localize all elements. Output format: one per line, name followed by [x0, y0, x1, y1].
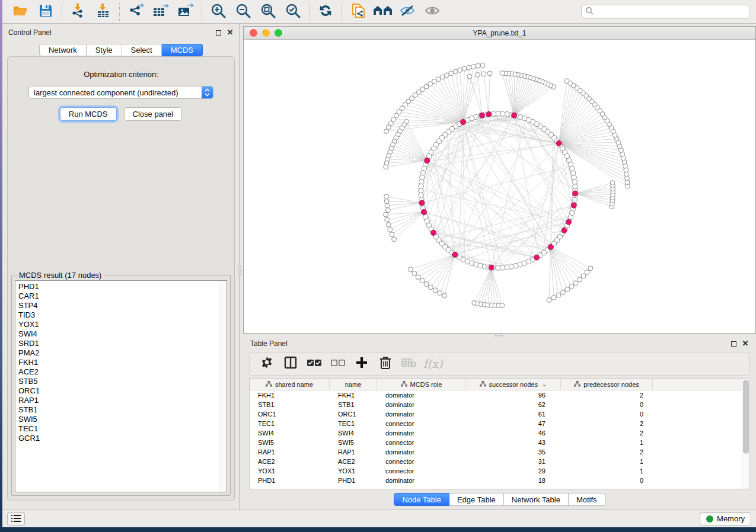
show-panels-menu-button[interactable] [7, 512, 25, 525]
leaf-node[interactable] [585, 270, 589, 275]
mcds-hub-node[interactable] [480, 113, 485, 118]
table-row[interactable]: ACE2ACE2connector311 [250, 457, 749, 466]
mcds-result-item[interactable]: ORC1 [18, 386, 227, 396]
leaf-node[interactable] [578, 277, 582, 282]
zoom-out-button[interactable] [231, 2, 256, 22]
leaf-node[interactable] [560, 290, 565, 295]
leaf-node[interactable] [551, 296, 556, 300]
tab-mcds[interactable]: MCDS [162, 44, 203, 56]
leaf-node[interactable] [500, 70, 505, 75]
leaf-node[interactable] [384, 129, 389, 134]
leaf-node[interactable] [428, 285, 433, 290]
select-all-columns-button[interactable] [305, 355, 323, 373]
tab-network-table[interactable]: Network Table [504, 493, 569, 506]
close-panel-icon[interactable]: ✕ [227, 29, 234, 36]
table-row[interactable]: PHD1PHD1dominator180 [250, 476, 749, 485]
tab-node-table[interactable]: Node Table [394, 493, 449, 506]
deselect-all-columns-button[interactable] [329, 355, 347, 373]
close-table-panel-icon[interactable]: ✕ [742, 340, 749, 347]
tab-edge-table[interactable]: Edge Table [449, 493, 504, 506]
leaf-node[interactable] [487, 71, 492, 76]
leaf-node[interactable] [412, 271, 417, 276]
mcds-hub-node[interactable] [512, 113, 517, 118]
mcds-result-item[interactable]: ACE2 [18, 367, 227, 377]
leaf-node[interactable] [408, 267, 413, 272]
window-maximize-icon[interactable] [275, 29, 282, 37]
window-close-icon[interactable] [250, 29, 257, 37]
leaf-node[interactable] [610, 180, 615, 185]
import-table-button[interactable] [91, 2, 116, 22]
global-search-field[interactable] [581, 5, 750, 19]
mcds-hub-node[interactable] [562, 228, 567, 233]
zoom-fit-button[interactable] [256, 2, 280, 22]
leaf-node[interactable] [384, 212, 388, 217]
leaf-node[interactable] [438, 291, 442, 296]
mcds-hub-node[interactable] [486, 111, 492, 117]
mcds-list-scrollbar[interactable] [219, 281, 227, 492]
leaf-node[interactable] [385, 203, 390, 208]
import-network-button[interactable] [66, 2, 91, 22]
mcds-result-item[interactable]: SWI5 [18, 415, 227, 424]
leaf-node[interactable] [480, 63, 485, 68]
leaf-node[interactable] [384, 199, 389, 204]
float-panel-icon[interactable] [215, 29, 222, 36]
mcds-hub-node[interactable] [419, 200, 425, 206]
column-header-shared-name[interactable]: shared name [250, 379, 330, 390]
table-scrollbar-thumb[interactable] [743, 380, 749, 454]
leaf-node[interactable] [467, 74, 472, 79]
mcds-result-item[interactable]: PHD1 [18, 282, 227, 291]
leaf-node[interactable] [462, 66, 467, 71]
tab-network[interactable]: Network [39, 44, 87, 56]
tab-select[interactable]: Select [122, 44, 162, 56]
leaf-node[interactable] [458, 68, 462, 72]
table-row[interactable]: SWI5SWI5connector431 [250, 438, 749, 447]
mcds-result-item[interactable]: STP4 [18, 301, 227, 310]
table-row[interactable]: ORC1ORC1dominator610 [250, 409, 749, 419]
leaf-node[interactable] [453, 69, 458, 74]
network-canvas[interactable] [244, 40, 755, 333]
refresh-view-button[interactable] [313, 2, 338, 22]
mcds-result-item[interactable]: PMA2 [18, 348, 227, 358]
leaf-node[interactable] [573, 281, 578, 286]
leaf-node[interactable] [433, 288, 438, 293]
tab-motifs[interactable]: Motifs [569, 493, 605, 506]
zoom-in-button[interactable] [206, 2, 231, 22]
mcds-result-item[interactable]: TID3 [18, 310, 227, 320]
save-session-button[interactable] [33, 2, 58, 22]
network-graph[interactable] [244, 40, 755, 333]
float-table-panel-icon[interactable] [730, 340, 737, 347]
window-minimize-icon[interactable] [262, 29, 270, 37]
criterion-select[interactable]: largest connected component (undirected) [28, 86, 213, 99]
table-settings-button[interactable] [258, 355, 276, 373]
leaf-node[interactable] [565, 287, 570, 292]
zoom-selected-button[interactable] [280, 2, 305, 22]
show-column-panel-button[interactable] [282, 355, 299, 373]
table-row[interactable]: STB1STB1dominator620 [250, 400, 749, 409]
export-table-button[interactable] [148, 2, 173, 22]
leaf-node[interactable] [581, 274, 586, 278]
table-row[interactable]: RAP1RAP1dominator352 [250, 447, 749, 457]
table-row[interactable]: SWI4SWI4dominator462 [250, 428, 749, 438]
table-scrollbar[interactable] [742, 379, 749, 489]
leaf-node[interactable] [564, 79, 569, 84]
mcds-hub-node[interactable] [571, 203, 576, 208]
leaf-node[interactable] [442, 293, 447, 298]
mcds-hub-node[interactable] [430, 230, 436, 235]
leaf-node[interactable] [384, 165, 388, 169]
mcds-hub-node[interactable] [452, 252, 458, 257]
leaf-node[interactable] [385, 208, 390, 213]
leaf-node[interactable] [471, 65, 476, 69]
mcds-hub-node[interactable] [548, 245, 553, 250]
mcds-result-item[interactable]: TEC1 [18, 424, 227, 434]
mcds-hub-node[interactable] [534, 255, 540, 260]
leaf-node[interactable] [416, 275, 420, 280]
mcds-result-item[interactable]: STB1 [18, 405, 227, 415]
memory-button[interactable]: Memory [700, 512, 751, 525]
mcds-result-item[interactable]: SRD1 [18, 339, 227, 348]
leaf-node[interactable] [390, 232, 394, 237]
mcds-result-item[interactable]: SWI4 [18, 329, 227, 339]
column-header-successor-nodes[interactable]: successor nodes⌄ [466, 379, 561, 390]
leaf-node[interactable] [420, 278, 425, 283]
delete-column-button[interactable] [377, 355, 394, 373]
mcds-result-item[interactable]: GCR1 [18, 434, 227, 443]
